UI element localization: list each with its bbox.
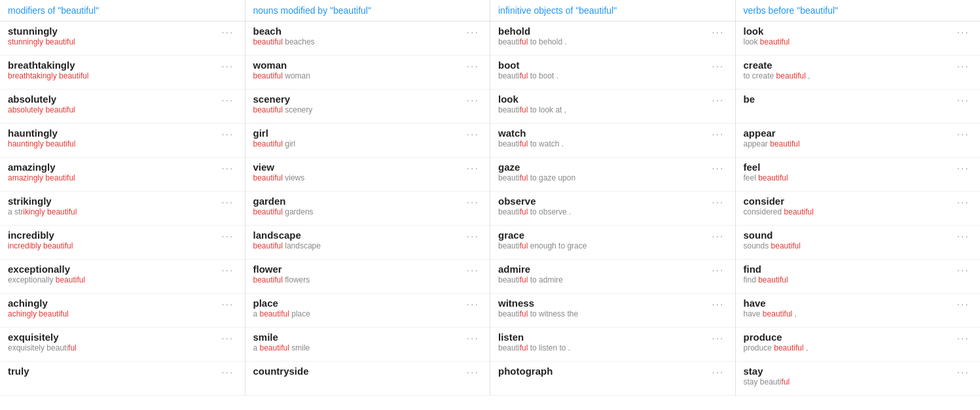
entry-main-word[interactable]: amazingly: [8, 162, 216, 173]
entry-main-word[interactable]: garden: [253, 196, 462, 207]
more-options-button[interactable]: ···: [954, 299, 972, 311]
entry-main-word[interactable]: achingly: [8, 298, 216, 309]
more-options-button[interactable]: ···: [464, 163, 482, 175]
entry-main-word[interactable]: woman: [253, 60, 462, 71]
more-options-button[interactable]: ···: [954, 231, 972, 243]
more-options-button[interactable]: ···: [954, 367, 972, 379]
more-options-button[interactable]: ···: [219, 129, 236, 141]
more-options-button[interactable]: ···: [219, 163, 236, 175]
more-options-button[interactable]: ···: [709, 299, 727, 311]
more-options-button[interactable]: ···: [464, 367, 482, 379]
entry-main-word[interactable]: hauntingly: [8, 128, 216, 139]
entry-main-word[interactable]: admire: [498, 264, 706, 275]
more-options-button[interactable]: ···: [464, 333, 482, 345]
entry-main-word[interactable]: boot: [498, 60, 706, 71]
entry-sub-text: beautiful to witness the: [498, 309, 706, 318]
entry-main-word[interactable]: incredibly: [8, 230, 216, 241]
entry-content: gardenbeautiful gardens: [253, 196, 462, 216]
more-options-button[interactable]: ···: [219, 367, 236, 379]
more-options-button[interactable]: ···: [709, 367, 727, 379]
entry-main-word[interactable]: breathtakingly: [8, 60, 216, 71]
more-options-button[interactable]: ···: [954, 95, 972, 107]
list-item: staystay beautiful···: [736, 362, 981, 396]
entry-main-word[interactable]: listen: [498, 332, 706, 343]
entry-main-word[interactable]: behold: [498, 26, 706, 37]
entry-main-word[interactable]: landscape: [253, 230, 462, 241]
more-options-button[interactable]: ···: [709, 27, 727, 39]
entry-main-word[interactable]: scenery: [253, 94, 462, 105]
entry-main-word[interactable]: observe: [498, 196, 706, 207]
list-item: strikinglya strikingly beautiful···: [0, 192, 245, 226]
more-options-button[interactable]: ···: [464, 95, 482, 107]
entry-main-word[interactable]: truly: [8, 366, 216, 377]
entry-main-word[interactable]: watch: [498, 128, 706, 139]
more-options-button[interactable]: ···: [709, 333, 727, 345]
entry-main-word[interactable]: feel: [744, 162, 952, 173]
entry-main-word[interactable]: produce: [744, 332, 952, 343]
entry-main-word[interactable]: consider: [744, 196, 952, 207]
entry-main-word[interactable]: absolutely: [8, 94, 216, 105]
more-options-button[interactable]: ···: [954, 61, 972, 73]
entry-content: staystay beautiful: [744, 366, 952, 386]
entry-main-word[interactable]: find: [744, 264, 952, 275]
entry-main-word[interactable]: look: [498, 94, 706, 105]
more-options-button[interactable]: ···: [954, 197, 972, 209]
entry-main-word[interactable]: strikingly: [8, 196, 216, 207]
entry-content: photograph: [498, 366, 706, 377]
more-options-button[interactable]: ···: [709, 129, 727, 141]
more-options-button[interactable]: ···: [709, 265, 727, 277]
more-options-button[interactable]: ···: [709, 231, 727, 243]
entry-main-word[interactable]: smile: [253, 332, 462, 343]
entry-main-word[interactable]: photograph: [498, 366, 706, 377]
entry-main-word[interactable]: exquisitely: [8, 332, 216, 343]
more-options-button[interactable]: ···: [219, 231, 236, 243]
more-options-button[interactable]: ···: [219, 265, 236, 277]
entry-main-word[interactable]: have: [744, 298, 952, 309]
more-options-button[interactable]: ···: [219, 61, 236, 73]
more-options-button[interactable]: ···: [954, 129, 972, 141]
more-options-button[interactable]: ···: [954, 27, 972, 39]
more-options-button[interactable]: ···: [709, 197, 727, 209]
more-options-button[interactable]: ···: [219, 197, 236, 209]
entry-main-word[interactable]: stay: [744, 366, 952, 377]
more-options-button[interactable]: ···: [464, 27, 482, 39]
entry-main-word[interactable]: witness: [498, 298, 706, 309]
more-options-button[interactable]: ···: [709, 163, 727, 175]
more-options-button[interactable]: ···: [219, 333, 236, 345]
entry-main-word[interactable]: be: [744, 94, 952, 105]
more-options-button[interactable]: ···: [709, 95, 727, 107]
more-options-button[interactable]: ···: [219, 27, 236, 39]
entry-content: observebeautiful to observe .: [498, 196, 706, 216]
more-options-button[interactable]: ···: [464, 61, 482, 73]
entry-main-word[interactable]: create: [744, 60, 952, 71]
entry-sub-text: beautiful to boot .: [498, 71, 706, 80]
entry-content: witnessbeautiful to witness the: [498, 298, 706, 318]
more-options-button[interactable]: ···: [464, 231, 482, 243]
entry-main-word[interactable]: sound: [744, 230, 952, 241]
entry-main-word[interactable]: appear: [744, 128, 952, 139]
entry-main-word[interactable]: place: [253, 298, 462, 309]
entry-main-word[interactable]: gaze: [498, 162, 706, 173]
more-options-button[interactable]: ···: [954, 333, 972, 345]
entry-content: beholdbeautiful to behold .: [498, 26, 706, 46]
more-options-button[interactable]: ···: [464, 265, 482, 277]
more-options-button[interactable]: ···: [464, 299, 482, 311]
entry-main-word[interactable]: stunningly: [8, 26, 216, 37]
more-options-button[interactable]: ···: [219, 299, 236, 311]
entry-main-word[interactable]: beach: [253, 26, 462, 37]
entry-main-word[interactable]: grace: [498, 230, 706, 241]
more-options-button[interactable]: ···: [464, 129, 482, 141]
entry-content: scenerybeautiful scenery: [253, 94, 462, 114]
more-options-button[interactable]: ···: [219, 95, 236, 107]
entry-main-word[interactable]: exceptionally: [8, 264, 216, 275]
entry-main-word[interactable]: flower: [253, 264, 462, 275]
more-options-button[interactable]: ···: [464, 197, 482, 209]
list-item: achinglyachingly beautiful···: [0, 294, 245, 328]
more-options-button[interactable]: ···: [954, 265, 972, 277]
entry-main-word[interactable]: girl: [253, 128, 462, 139]
more-options-button[interactable]: ···: [709, 61, 727, 73]
entry-main-word[interactable]: look: [744, 26, 952, 37]
entry-main-word[interactable]: countryside: [253, 366, 462, 377]
entry-main-word[interactable]: view: [253, 162, 462, 173]
more-options-button[interactable]: ···: [954, 163, 972, 175]
